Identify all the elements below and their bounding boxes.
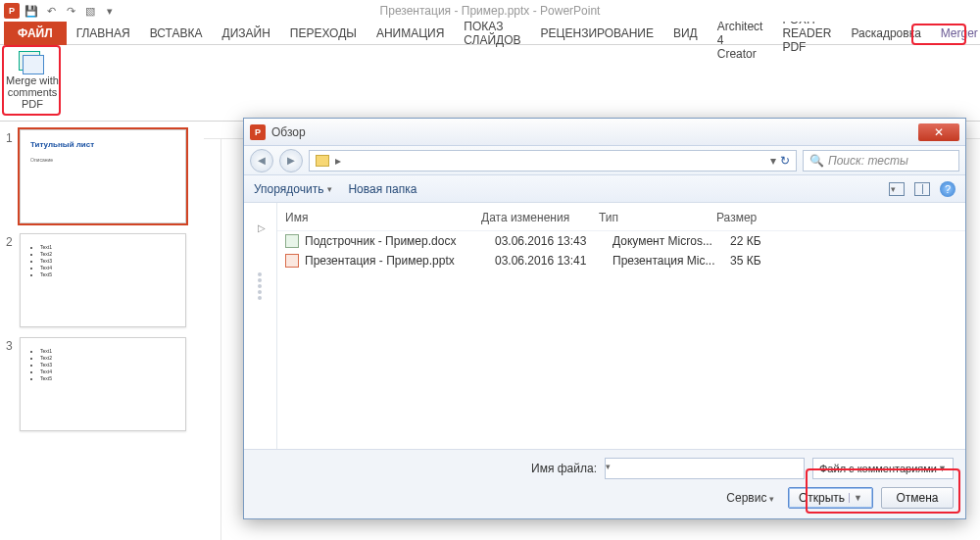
undo-icon[interactable]: ↶ [43, 3, 59, 19]
slide-number: 3 [6, 337, 20, 431]
tab-merger[interactable]: Merger [931, 22, 980, 45]
tab-storyboard[interactable]: Раскадровка [841, 22, 930, 45]
slide-thumb-2[interactable]: Text1 Text2 Text3 Text4 Text5 [20, 233, 186, 327]
file-size: 22 КБ [730, 234, 808, 248]
help-icon[interactable]: ? [940, 181, 956, 197]
slide-number: 2 [6, 233, 20, 327]
slide1-title: Титульный лист [30, 140, 175, 149]
file-name: Подстрочник - Пример.docx [305, 234, 495, 248]
merge-label-1: Merge with [6, 74, 59, 86]
col-size[interactable]: Размер [716, 211, 795, 224]
quick-access-toolbar: P 💾 ↶ ↷ ▧ ▾ [0, 3, 118, 19]
col-date[interactable]: Дата изменения [481, 211, 599, 224]
dialog-footer: Имя файла: Файл с комментариями (*.ppt ▼… [244, 449, 965, 518]
file-list[interactable]: Имя Дата изменения Тип Размер Подстрочни… [277, 203, 965, 449]
dialog-title: Обзор [271, 125, 306, 139]
tab-pdf-architect[interactable]: PDF Architect 4 Creator [708, 22, 773, 45]
ribbon-panel: Merge with comments PDF [0, 45, 980, 122]
qat-customize-icon[interactable]: ▾ [102, 3, 118, 19]
tab-design[interactable]: ДИЗАЙН [213, 22, 280, 45]
merge-label-3: PDF [6, 98, 59, 110]
search-box[interactable]: 🔍 Поиск: тесты [803, 150, 959, 172]
dialog-nav-bar: ◄ ► ▸ ▾ ↻ 🔍 Поиск: тесты [244, 146, 965, 175]
nav-forward-button[interactable]: ► [279, 149, 303, 172]
docx-icon [285, 234, 299, 248]
dialog-body: ▷ Имя Дата изменения Тип Размер Подстроч… [244, 203, 965, 449]
tools-dropdown[interactable]: Сервис [726, 491, 774, 505]
merge-label-2: comments [6, 86, 59, 98]
search-icon: 🔍 [809, 154, 824, 168]
dialog-toolbar: Упорядочить Новая папка ? [244, 175, 965, 203]
tree-expand-icon[interactable]: ▷ [258, 222, 266, 233]
slide-thumb-1[interactable]: Титульный лист Описание [20, 129, 186, 223]
list-header[interactable]: Имя Дата изменения Тип Размер [277, 209, 965, 231]
file-name: Презентация - Пример.pptx [305, 254, 495, 268]
file-date: 03.06.2016 13:41 [495, 254, 612, 268]
address-bar[interactable]: ▸ ▾ ↻ [309, 150, 797, 172]
merge-icon [17, 49, 48, 73]
start-slideshow-icon[interactable]: ▧ [82, 3, 98, 19]
open-button[interactable]: Открыть▼ [788, 487, 873, 509]
slide-entry-1[interactable]: 1 Титульный лист Описание [6, 129, 198, 223]
slide-thumbnails-pane[interactable]: 1 Титульный лист Описание 2 Text1 Text2 … [0, 122, 204, 540]
redo-icon[interactable]: ↷ [63, 3, 78, 19]
new-folder-button[interactable]: Новая папка [348, 182, 416, 196]
file-row[interactable]: Презентация - Пример.pptx 03.06.2016 13:… [277, 251, 965, 270]
tab-slideshow[interactable]: ПОКАЗ СЛАЙДОВ [454, 22, 530, 45]
organize-button[interactable]: Упорядочить [254, 182, 332, 196]
folder-icon [316, 155, 329, 167]
tab-view[interactable]: ВИД [663, 22, 708, 45]
file-open-dialog: P Обзор ✕ ◄ ► ▸ ▾ ↻ 🔍 Поиск: тесты Упоря… [243, 118, 966, 519]
pane-splitter[interactable] [258, 272, 264, 312]
ruler-vertical [204, 139, 221, 540]
app-icon[interactable]: P [4, 3, 20, 19]
tab-foxit[interactable]: FOXIT READER PDF [772, 22, 841, 45]
tab-animations[interactable]: АНИМАЦИЯ [367, 22, 454, 45]
file-type: Документ Micros... [612, 234, 730, 248]
save-icon[interactable]: 💾 [24, 3, 39, 19]
slide-entry-2[interactable]: 2 Text1 Text2 Text3 Text4 Text5 [6, 233, 198, 327]
col-type[interactable]: Тип [599, 211, 716, 224]
dialog-close-button[interactable]: ✕ [918, 123, 959, 141]
merge-with-comments-button[interactable]: Merge with comments PDF [6, 49, 59, 110]
file-row[interactable]: Подстрочник - Пример.docx 03.06.2016 13:… [277, 231, 965, 251]
col-name[interactable]: Имя [285, 211, 481, 224]
tab-insert[interactable]: ВСТАВКА [140, 22, 213, 45]
file-date: 03.06.2016 13:43 [495, 234, 612, 248]
file-size: 35 КБ [730, 254, 808, 268]
pptx-icon [285, 254, 299, 268]
refresh-icon[interactable]: ↻ [780, 154, 790, 168]
preview-pane-button[interactable] [914, 182, 930, 196]
dialog-app-icon: P [250, 124, 266, 140]
cancel-button[interactable]: Отмена [881, 487, 954, 509]
filename-label: Имя файла: [256, 462, 597, 475]
filename-input[interactable] [605, 458, 805, 479]
tab-review[interactable]: РЕЦЕНЗИРОВАНИЕ [531, 22, 663, 45]
file-type-filter[interactable]: Файл с комментариями (*.ppt ▼ [812, 458, 954, 479]
tab-home[interactable]: ГЛАВНАЯ [67, 22, 140, 45]
title-bar: P 💾 ↶ ↷ ▧ ▾ Презентация - Пример.pptx - … [0, 0, 980, 22]
view-options-button[interactable] [889, 182, 905, 196]
slide-thumb-3[interactable]: Text1 Text2 Text3 Text4 Text5 [20, 337, 186, 431]
slide-number: 1 [6, 129, 20, 223]
nav-tree[interactable]: ▷ [244, 203, 277, 449]
tab-transitions[interactable]: ПЕРЕХОДЫ [280, 22, 367, 45]
slide-entry-3[interactable]: 3 Text1 Text2 Text3 Text4 Text5 [6, 337, 198, 431]
dialog-titlebar[interactable]: P Обзор ✕ [244, 119, 965, 146]
search-placeholder: Поиск: тесты [828, 154, 908, 168]
tab-file[interactable]: ФАЙЛ [4, 22, 67, 45]
nav-back-button[interactable]: ◄ [250, 149, 273, 172]
file-type: Презентация Mic... [612, 254, 730, 268]
window-title: Презентация - Пример.pptx - PowerPoint [380, 4, 601, 18]
ribbon-tabs: ФАЙЛ ГЛАВНАЯ ВСТАВКА ДИЗАЙН ПЕРЕХОДЫ АНИ… [0, 22, 980, 45]
